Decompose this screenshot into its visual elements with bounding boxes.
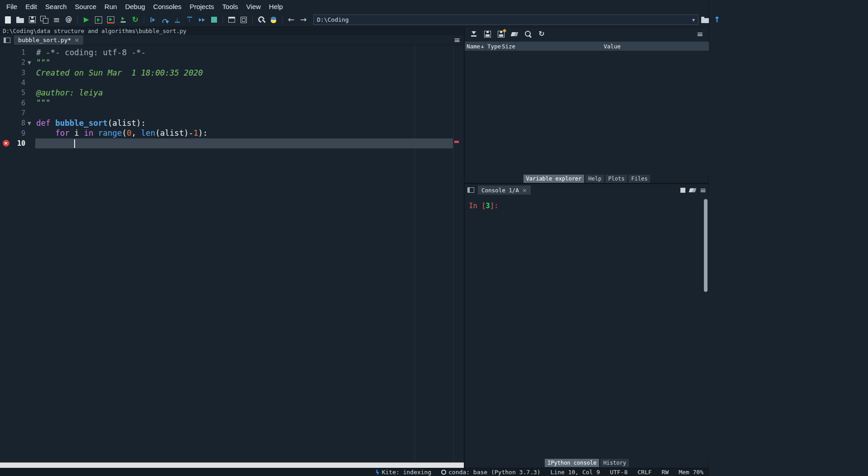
code-text[interactable]: # -*- coding: utf-8 -*- [35, 48, 453, 57]
forward-arrow-icon: → [300, 16, 307, 24]
menu-tools[interactable]: Tools [218, 3, 242, 10]
menu-edit[interactable]: Edit [21, 3, 41, 10]
pane-tab-plots[interactable]: Plots [605, 175, 627, 183]
forward-button[interactable]: → [297, 14, 309, 26]
working-directory-combobox[interactable]: D:\Coding ▾ [313, 14, 698, 25]
import-data-icon [471, 31, 476, 37]
search-variables-button[interactable] [523, 29, 533, 39]
editor-line-2: 2▼""" [0, 57, 453, 67]
code-text[interactable]: Created on Sun Mar 1 18:00:35 2020 [35, 68, 453, 78]
step-into-button[interactable]: ↓ [171, 14, 183, 26]
column-header-type[interactable]: Type [486, 42, 500, 51]
stop-debug-button[interactable] [208, 14, 220, 26]
debug-button[interactable] [147, 14, 159, 26]
editor-options-menu-icon[interactable]: ≡ [454, 36, 460, 44]
code-text[interactable]: """ [35, 98, 453, 108]
toolbar-separator [252, 16, 253, 24]
save-all-button[interactable] [38, 14, 50, 26]
python-path-button[interactable] [268, 14, 279, 26]
line-number: 2 [12, 58, 25, 67]
status-text: UTF-8 [610, 469, 627, 476]
line-number: 7 [12, 109, 25, 117]
variable-explorer-table[interactable] [465, 51, 709, 175]
refresh-variables-button[interactable]: ↻ [536, 29, 547, 39]
remove-variables-button[interactable] [509, 29, 520, 39]
python-logo-icon [270, 16, 277, 24]
tab-close-icon[interactable]: × [74, 37, 79, 43]
continue-button[interactable] [196, 14, 208, 26]
step-out-button[interactable]: ↑ [184, 14, 195, 26]
menu-search[interactable]: Search [41, 3, 71, 10]
menu-help[interactable]: Help [265, 3, 287, 10]
column-header-value[interactable]: Value [515, 42, 709, 51]
console-tab-label: Console 1/A [481, 187, 519, 194]
browse-directory-button[interactable] [699, 14, 711, 26]
run-cell-advance-button[interactable] [105, 14, 117, 26]
back-button[interactable]: ← [285, 14, 297, 26]
menu-view[interactable]: View [242, 3, 265, 10]
status-conda-env: conda: base (Python 3.7.3) [441, 469, 541, 476]
rerun-cell-button[interactable]: ↻ [129, 14, 141, 26]
run-cell-button[interactable] [93, 14, 104, 26]
new-file-button[interactable] [2, 14, 14, 26]
combo-caret-icon[interactable]: ▾ [692, 17, 695, 23]
pane-tab-files[interactable]: Files [628, 175, 650, 183]
column-header-size[interactable]: Size [500, 42, 515, 51]
console-tab[interactable]: Console 1/A × [478, 186, 531, 195]
editor-line-5: 5@author: leiya [0, 88, 453, 98]
maximize-pane-button[interactable] [226, 14, 237, 26]
variable-explorer-options-button[interactable]: ≡ [694, 29, 705, 39]
back-arrow-icon: ← [288, 16, 294, 24]
step-over-button[interactable] [159, 14, 171, 26]
refresh-icon: ↻ [538, 30, 544, 38]
editor-tab-label: bubble_sort.py* [18, 37, 71, 43]
status-text: Kite: indexing [382, 469, 431, 476]
clear-console-icon[interactable] [689, 188, 696, 192]
save-data-as-button[interactable] [495, 29, 506, 39]
save-data-button[interactable] [482, 29, 493, 39]
menu-projects[interactable]: Projects [185, 3, 218, 10]
interrupt-kernel-icon[interactable] [680, 188, 685, 193]
console-browse-tabs-icon[interactable] [467, 187, 474, 193]
fold-arrow-icon[interactable]: ▼ [25, 121, 35, 126]
menu-consoles[interactable]: Consoles [149, 3, 186, 10]
code-text[interactable]: """ [35, 57, 453, 67]
console-options-menu-icon[interactable]: ≡ [700, 186, 706, 194]
menu-source[interactable]: Source [71, 3, 101, 10]
pane-tab-ipython-console[interactable]: IPython console [545, 459, 599, 467]
status-text: CRLF [637, 469, 651, 476]
file-switcher-button[interactable]: ≡ [51, 14, 62, 26]
pane-tab-variable-explorer[interactable]: Variable explorer [524, 175, 585, 183]
console-tab-close-icon[interactable]: × [522, 187, 527, 193]
run-button[interactable]: ▶ [80, 14, 92, 26]
code-text[interactable] [35, 138, 453, 148]
browse-tabs-icon[interactable] [4, 38, 10, 43]
run-selection-icon [121, 17, 126, 23]
status-permissions: RW [662, 469, 669, 476]
run-selection-button[interactable] [117, 14, 129, 26]
code-editor[interactable]: 1# -*- coding: utf-8 -*-2▼"""3Created on… [0, 45, 464, 462]
fold-arrow-icon[interactable]: ▼ [25, 60, 35, 65]
editor-tab[interactable]: bubble_sort.py* × [14, 35, 83, 45]
editor-horizontal-scrollbar[interactable] [0, 462, 464, 468]
editor-line-3: 3Created on Sun Mar 1 18:00:35 2020 [0, 68, 453, 78]
pane-tab-history[interactable]: History [600, 459, 629, 467]
preferences-button[interactable] [255, 14, 267, 26]
import-data-button[interactable] [468, 29, 479, 39]
parent-directory-button[interactable]: ↑ [711, 14, 723, 26]
column-header-name[interactable]: Name▲ [465, 42, 486, 51]
find-symbols-button[interactable]: @ [63, 14, 75, 26]
code-text[interactable]: @author: leiya [35, 88, 453, 98]
code-text[interactable]: def bubble_sort(alist): [35, 118, 453, 128]
ipython-console[interactable]: In [3]: [465, 196, 709, 459]
save-button[interactable] [26, 14, 38, 26]
menu-run[interactable]: Run [100, 3, 121, 10]
menu-debug[interactable]: Debug [121, 3, 149, 10]
new-file-icon [5, 16, 11, 24]
menu-file[interactable]: File [2, 3, 21, 10]
open-file-button[interactable] [14, 14, 26, 26]
code-text[interactable]: for i in range(0, len(alist)-1): [35, 128, 453, 138]
console-scrollbar-thumb[interactable] [704, 199, 708, 292]
fullscreen-button[interactable] [238, 14, 250, 26]
pane-tab-help[interactable]: Help [585, 175, 604, 183]
